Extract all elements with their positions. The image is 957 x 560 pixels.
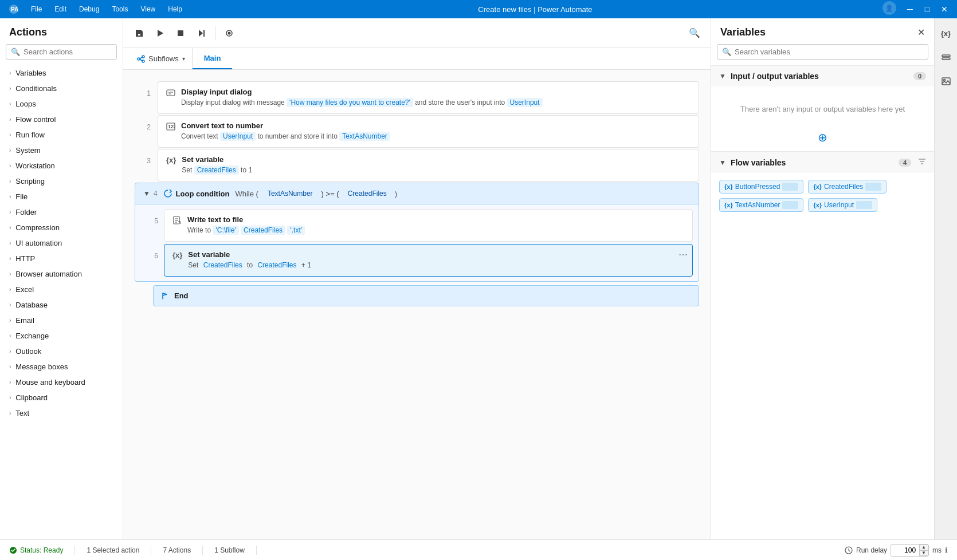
flow-variables-section: ▼ Flow variables 4 {x} ButtonPressed {x}… xyxy=(711,151,934,219)
end-block[interactable]: End xyxy=(153,285,699,306)
menu-debug[interactable]: Debug xyxy=(73,3,105,15)
action-item-excel[interactable]: ›Excel xyxy=(0,282,123,297)
flow-variables-section-header[interactable]: ▼ Flow variables 4 xyxy=(711,152,934,173)
step-2-card[interactable]: 123 Convert text to number Convert text … xyxy=(158,115,699,148)
step-1-title: Display input dialog xyxy=(181,88,691,96)
action-item-workstation[interactable]: ›Workstation xyxy=(0,158,123,173)
minimize-button[interactable]: ─ xyxy=(902,1,918,17)
inner-step-6-var2: CreatedFiles xyxy=(254,261,299,270)
menu-view[interactable]: View xyxy=(135,3,161,15)
menu-tools[interactable]: Tools xyxy=(106,3,134,15)
menu-help[interactable]: Help xyxy=(162,3,188,15)
user-avatar[interactable]: 👤 xyxy=(883,1,896,15)
side-icon-image-button[interactable] xyxy=(937,72,955,90)
flow-panel: 🔍 Subflows ▾ Main 1 Display input xyxy=(123,18,711,539)
inner-step-6-container: 6 {x} Set variable Set CreatedFiles to C… xyxy=(147,243,699,278)
run-delay-spinners: ▲ ▼ xyxy=(919,545,928,556)
step-3-number: 3 xyxy=(135,149,158,165)
action-item-variables[interactable]: ›Variables xyxy=(0,65,123,81)
var-icon: {x} xyxy=(724,202,733,208)
inner-step-6-var1: CreatedFiles xyxy=(201,261,245,270)
svg-point-7 xyxy=(228,31,231,34)
action-item-loops[interactable]: ›Loops xyxy=(0,96,123,112)
action-item-compression[interactable]: ›Compression xyxy=(0,220,123,235)
side-icon-layers-button[interactable] xyxy=(937,48,955,66)
variables-search-box: 🔍 xyxy=(717,44,928,60)
add-variable-button[interactable]: ⊕ xyxy=(719,131,926,144)
action-item-text[interactable]: ›Text xyxy=(0,405,123,421)
var-chip-buttonpressed[interactable]: {x} ButtonPressed xyxy=(719,180,803,194)
save-button[interactable] xyxy=(130,24,148,42)
action-item-file[interactable]: ›File xyxy=(0,189,123,204)
action-item-conditionals[interactable]: ›Conditionals xyxy=(0,81,123,96)
svg-text:123: 123 xyxy=(168,124,175,129)
titlebar: PA File Edit Debug Tools View Help Creat… xyxy=(0,0,957,18)
input-output-section-title: Input / output variables xyxy=(731,72,909,81)
variables-close-button[interactable]: ✕ xyxy=(917,27,925,38)
input-output-section-header[interactable]: ▼ Input / output variables 0 xyxy=(711,66,934,86)
search-variables-input[interactable] xyxy=(735,48,923,56)
search-flow-button[interactable]: 🔍 xyxy=(685,24,704,42)
run-delay-label: Run delay xyxy=(856,546,887,554)
stop-button[interactable] xyxy=(171,24,190,42)
menu-file[interactable]: File xyxy=(25,3,48,15)
inner-step-5-card[interactable]: Write text to file Write to 'C:\file' Cr… xyxy=(164,209,693,242)
run-delay-input[interactable] xyxy=(891,545,920,555)
action-item-run-flow[interactable]: ›Run flow xyxy=(0,127,123,143)
filter-variables-button[interactable] xyxy=(918,157,926,167)
var-chip-userinput[interactable]: {x} UserInput xyxy=(808,198,877,212)
action-item-flow-control[interactable]: ›Flow control xyxy=(0,112,123,127)
action-item-browser-automation[interactable]: ›Browser automation xyxy=(0,266,123,282)
action-item-message-boxes[interactable]: ›Message boxes xyxy=(0,359,123,374)
run-delay-info-icon[interactable]: ℹ xyxy=(945,546,948,554)
step-1-card[interactable]: Display input dialog Display input dialo… xyxy=(158,81,699,114)
selected-action-count: 1 Selected action xyxy=(87,546,139,554)
step-3-card[interactable]: {x} Set variable Set CreatedFiles to 1 xyxy=(158,149,699,182)
action-item-exchange[interactable]: ›Exchange xyxy=(0,328,123,344)
tab-main[interactable]: Main xyxy=(193,48,233,69)
menu-edit[interactable]: Edit xyxy=(49,3,72,15)
step-more-button[interactable]: ⋯ xyxy=(678,249,688,260)
inner-step-5-desc: Write to 'C:\file' CreatedFiles '.txt' xyxy=(187,225,684,235)
svg-marker-2 xyxy=(158,30,163,37)
run-button[interactable] xyxy=(151,24,169,42)
flow-vars-chevron-icon: ▼ xyxy=(719,159,726,167)
action-item-database[interactable]: ›Database xyxy=(0,297,123,313)
close-button[interactable]: ✕ xyxy=(936,1,952,17)
run-delay-increment-button[interactable]: ▲ xyxy=(919,545,928,550)
run-delay-decrement-button[interactable]: ▼ xyxy=(919,550,928,556)
record-button[interactable] xyxy=(220,24,238,42)
action-item-ui-automation[interactable]: ›UI automation xyxy=(0,235,123,251)
action-item-clipboard[interactable]: ›Clipboard xyxy=(0,390,123,405)
step-2-title: Convert text to number xyxy=(181,121,691,130)
action-item-email[interactable]: ›Email xyxy=(0,313,123,328)
var-chip-createdfiles[interactable]: {x} CreatedFiles xyxy=(808,180,887,194)
action-item-outlook[interactable]: ›Outlook xyxy=(0,344,123,359)
step-3-title: Set variable xyxy=(182,155,691,164)
action-item-scripting[interactable]: ›Scripting xyxy=(0,173,123,189)
maximize-button[interactable]: □ xyxy=(919,1,935,17)
var-chip-textasnumber[interactable]: {x} TextAsNumber xyxy=(719,198,803,212)
loop-collapse-icon: ▼ xyxy=(143,190,150,198)
action-item-http[interactable]: ›HTTP xyxy=(0,251,123,266)
inner-step-6-card[interactable]: {x} Set variable Set CreatedFiles to Cre… xyxy=(164,244,693,277)
loop-close-paren: ) xyxy=(395,190,397,198)
var-name-buttonpressed: ButtonPressed xyxy=(735,183,780,191)
var-value-preview xyxy=(856,201,872,209)
search-actions-input[interactable] xyxy=(23,48,112,56)
var-value-preview xyxy=(865,183,881,191)
svg-line-12 xyxy=(140,59,142,61)
action-item-folder[interactable]: ›Folder xyxy=(0,204,123,220)
loop-container: ▼ 4 Loop condition While ( TextAsNumber … xyxy=(123,183,711,283)
step-1-content: Display input dialog Display input dialo… xyxy=(181,88,691,108)
action-item-system[interactable]: ›System xyxy=(0,143,123,158)
loop-icon xyxy=(163,189,172,198)
action-item-mouse-keyboard[interactable]: ›Mouse and keyboard xyxy=(0,374,123,390)
loop-4-header[interactable]: ▼ 4 Loop condition While ( TextAsNumber … xyxy=(135,183,699,204)
side-icon-x-button[interactable]: {x} xyxy=(937,24,955,42)
status-divider-2 xyxy=(151,546,151,555)
flow-variables-count-badge: 4 xyxy=(899,159,911,167)
step-button[interactable] xyxy=(192,24,210,42)
status-ok-icon xyxy=(9,546,17,554)
subflows-button[interactable]: Subflows ▾ xyxy=(130,48,193,69)
